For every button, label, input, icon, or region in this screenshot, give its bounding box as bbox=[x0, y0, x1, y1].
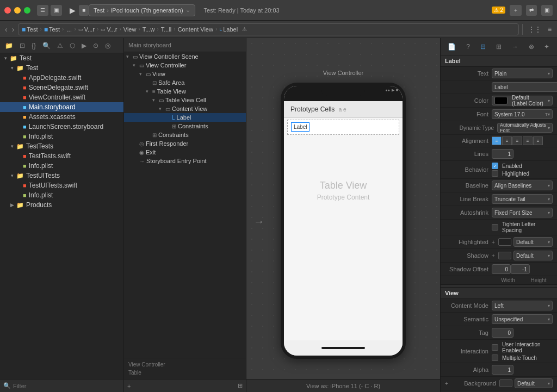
nav-test-btn[interactable]: ⬡ bbox=[67, 41, 78, 51]
run-button[interactable]: ▶ bbox=[66, 5, 79, 16]
autoshrink-select[interactable]: Fixed Font Size ▾ bbox=[492, 208, 553, 217]
file-tree-item[interactable]: ■AppDelegate.swift bbox=[0, 73, 123, 83]
storyboard-canvas[interactable]: → View Controller ●●▶■ bbox=[246, 38, 440, 392]
outline-tree-item[interactable]: ▾ ▭ View Controller Scene bbox=[124, 52, 246, 61]
insp-help-tab[interactable]: ? bbox=[463, 42, 473, 52]
nav-breakpoint-btn[interactable]: ⊙ bbox=[90, 41, 101, 51]
insp-attr-tab[interactable]: ⊟ bbox=[478, 42, 488, 52]
dynamic-type-select[interactable]: Automatically Adjusts Font ▾ bbox=[497, 123, 553, 133]
insp-binding-tab[interactable]: ⊗ bbox=[526, 42, 537, 52]
label-element[interactable]: Label bbox=[291, 122, 310, 132]
file-tree-item[interactable]: ■SceneDelegate.swift bbox=[0, 83, 123, 92]
file-tree-item[interactable]: ■Assets.xcassets bbox=[0, 112, 123, 122]
file-tree-item[interactable]: ■Info.plist bbox=[0, 161, 123, 171]
text-value-input[interactable] bbox=[492, 82, 557, 92]
stop-button[interactable]: ■ bbox=[79, 5, 89, 16]
baseline-select[interactable]: Align Baselines ▾ bbox=[492, 181, 553, 190]
insp-file-tab[interactable]: 📄 bbox=[445, 42, 459, 52]
outline-tree-item[interactable]: ▾ ▭ Content View bbox=[124, 104, 246, 113]
breadcrumb-view3[interactable]: View bbox=[123, 26, 137, 33]
align-center-btn[interactable]: ≡ bbox=[502, 136, 512, 145]
linebreak-select[interactable]: Truncate Tail ▾ bbox=[492, 194, 553, 204]
close-button[interactable] bbox=[4, 7, 11, 14]
insp-effect-tab[interactable]: ✦ bbox=[541, 42, 552, 52]
alpha-input[interactable] bbox=[492, 365, 513, 375]
shadow-height-input[interactable] bbox=[511, 264, 530, 274]
file-tree-item[interactable]: ■ViewController.swift bbox=[0, 92, 123, 102]
fullscreen-button[interactable] bbox=[24, 7, 30, 14]
outline-tree-item[interactable]: → Storyboard Entry Point bbox=[124, 157, 246, 165]
nav-files-btn[interactable]: 📁 bbox=[2, 41, 16, 51]
file-tree-item[interactable]: ■LaunchScreen.storyboard bbox=[0, 122, 123, 132]
shadow-width-input[interactable] bbox=[492, 264, 511, 274]
highlighted-select[interactable]: Default ▾ bbox=[513, 237, 553, 247]
file-tree-item[interactable]: ▾📁Test bbox=[0, 53, 123, 63]
file-tree-item[interactable]: ■TestTests.swift bbox=[0, 151, 123, 161]
file-tree-item[interactable]: ■Main.storyboard bbox=[0, 102, 123, 112]
file-tree-item[interactable]: ■Info.plist bbox=[0, 190, 123, 200]
file-tree-item[interactable]: ■Info.plist bbox=[0, 132, 123, 141]
user-interaction-checkbox[interactable] bbox=[492, 344, 498, 351]
align-left-btn[interactable]: ≡ bbox=[492, 136, 502, 145]
nav-report-btn[interactable]: ◎ bbox=[102, 41, 113, 51]
outline-tree-item[interactable]: ▾ ≡ Table View bbox=[124, 87, 246, 96]
outline-tree-item[interactable]: ▾ ▭ Table View Cell bbox=[124, 96, 246, 104]
highlighted-checkbox[interactable] bbox=[492, 170, 498, 177]
breadcrumb-content[interactable]: Content View bbox=[178, 26, 213, 33]
nav-debug-btn[interactable]: ▶ bbox=[79, 41, 89, 51]
bg-select[interactable]: Default ▾ bbox=[515, 378, 553, 388]
scheme-selector[interactable]: Test › iPod touch (7th generation) ⌄ bbox=[89, 4, 195, 16]
insp-size-tab[interactable]: ⊞ bbox=[493, 42, 504, 52]
warning-badge[interactable]: ⚠ 2 bbox=[492, 7, 505, 14]
align-natural-btn[interactable]: ≡ bbox=[533, 136, 543, 145]
content-mode-select[interactable]: Left ▾ bbox=[492, 301, 553, 310]
outline-tree-item[interactable]: ▾ ▭ View Controller bbox=[124, 61, 246, 70]
nav-symbol-btn[interactable]: {} bbox=[29, 41, 39, 51]
grid-btn[interactable]: ⋮⋮ bbox=[526, 23, 543, 36]
align-right-btn[interactable]: ≡ bbox=[512, 136, 522, 145]
nav-warning-btn[interactable]: ⚠ bbox=[54, 41, 66, 51]
outline-tree-item[interactable]: ⊡ Safe Area bbox=[124, 78, 246, 87]
shadow-select[interactable]: Default ▾ bbox=[513, 251, 553, 260]
outline-tree-item[interactable]: ▾ ▭ View bbox=[124, 70, 246, 78]
breadcrumb-tw[interactable]: T...w bbox=[143, 26, 155, 33]
breadcrumb-test1[interactable]: ◼ Test bbox=[22, 26, 38, 33]
outline-tree-item[interactable]: ⊞ Constraints bbox=[124, 122, 246, 130]
window-toggle-button[interactable]: ⇄ bbox=[526, 5, 537, 16]
file-tree-item[interactable]: ▾📁TestTests bbox=[0, 141, 123, 151]
outline-tree-item[interactable]: L Label bbox=[124, 113, 246, 122]
nav-search-btn[interactable]: 🔍 bbox=[40, 41, 53, 51]
lines-input[interactable] bbox=[492, 149, 513, 159]
insp-conn-tab[interactable]: → bbox=[509, 42, 521, 52]
tag-input[interactable] bbox=[492, 328, 513, 338]
more-btn[interactable]: ≡ bbox=[546, 23, 554, 36]
multiple-touch-checkbox[interactable] bbox=[492, 354, 498, 361]
inspector-toggle[interactable]: ▣ bbox=[541, 5, 553, 16]
layout-btn[interactable]: ▣ bbox=[51, 5, 62, 16]
nav-vcs-btn[interactable]: ⊡ bbox=[17, 41, 28, 51]
file-tree-item[interactable]: ▾📁TestUITests bbox=[0, 171, 123, 181]
forward-button[interactable]: › bbox=[10, 25, 16, 34]
filter-input[interactable] bbox=[13, 383, 120, 389]
breadcrumb-test2[interactable]: ◼ Test bbox=[44, 26, 60, 33]
file-tree-item[interactable]: ▾📁Test bbox=[0, 63, 123, 73]
font-select[interactable]: System 17.0 T▾ bbox=[492, 109, 553, 119]
tighten-checkbox[interactable] bbox=[492, 224, 498, 231]
outline-tree-item[interactable]: ◉ Exit bbox=[124, 148, 246, 157]
breadcrumb-tl[interactable]: T...ll bbox=[161, 26, 172, 33]
semantic-select[interactable]: Unspecified ▾ bbox=[492, 314, 553, 324]
enabled-checkbox[interactable] bbox=[492, 163, 498, 169]
breadcrumb-view2[interactable]: ▭ V...r bbox=[101, 26, 117, 33]
file-tree-item[interactable]: ▶📁Products bbox=[0, 200, 123, 210]
text-type-select[interactable]: Plain ▾ bbox=[492, 69, 553, 78]
minimize-button[interactable] bbox=[14, 7, 21, 14]
file-tree-item[interactable]: ■TestUITests.swift bbox=[0, 181, 123, 190]
align-justify-btn[interactable]: ≡ bbox=[523, 136, 533, 145]
add-button[interactable]: ＋ bbox=[510, 5, 522, 16]
breadcrumb-label[interactable]: L Label bbox=[219, 26, 238, 33]
outline-tree-item[interactable]: ◎ First Responder bbox=[124, 139, 246, 148]
breadcrumb-view[interactable]: ▭ V...r bbox=[78, 26, 95, 33]
sidebar-toggle[interactable]: ☰ bbox=[37, 5, 48, 16]
color-select[interactable]: Default (Label Color) ▾ bbox=[492, 96, 553, 105]
back-button[interactable]: ‹ bbox=[3, 25, 9, 34]
